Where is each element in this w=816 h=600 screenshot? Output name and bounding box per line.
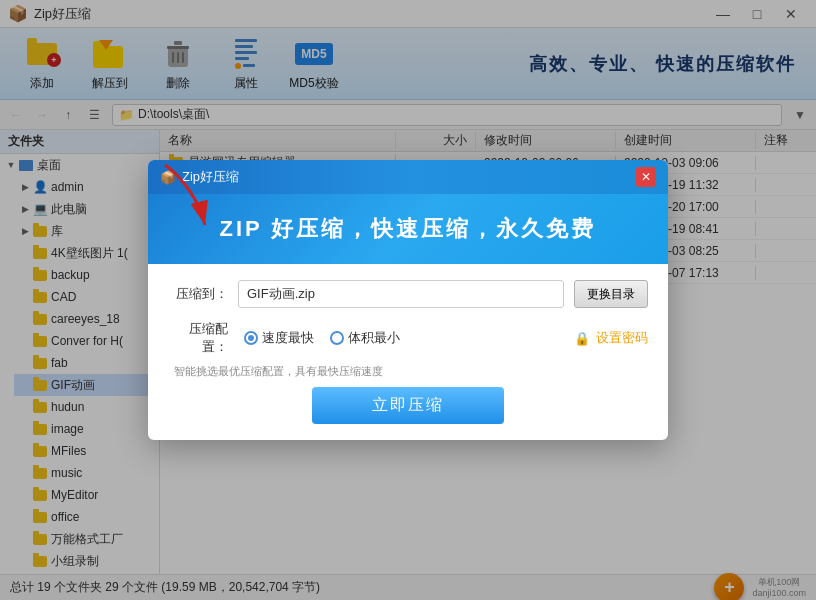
- modal-title-bar: 📦 Zip好压缩 ✕: [148, 160, 668, 194]
- compress-config-label: 压缩配置：: [168, 320, 228, 356]
- modal-banner-text: ZIP 好压缩，快速压缩，永久免费: [220, 214, 597, 244]
- speed-label: 速度最快: [262, 329, 314, 347]
- radio-dot-speed: [244, 331, 258, 345]
- size-label: 体积最小: [348, 329, 400, 347]
- compress-to-row: 压缩到： 更换目录: [168, 280, 648, 308]
- password-label: 设置密码: [596, 329, 648, 347]
- change-dir-button[interactable]: 更换目录: [574, 280, 648, 308]
- radio-group: 速度最快 体积最小: [244, 329, 400, 347]
- compress-to-label: 压缩到：: [168, 285, 228, 303]
- compress-button[interactable]: 立即压缩: [312, 387, 504, 424]
- lock-icon: 🔒: [574, 331, 590, 346]
- modal-title-area: 📦 Zip好压缩: [160, 168, 239, 186]
- compress-modal: 📦 Zip好压缩 ✕ ZIP 好压缩，快速压缩，永久免费 压缩到： 更换目录 压…: [148, 160, 668, 440]
- modal-close-button[interactable]: ✕: [636, 167, 656, 187]
- radio-dot-size: [330, 331, 344, 345]
- modal-body: 压缩到： 更换目录 压缩配置： 速度最快 体积最小: [148, 264, 668, 440]
- compress-config-row: 压缩配置： 速度最快 体积最小 🔒 设置密码: [168, 320, 648, 356]
- radio-size[interactable]: 体积最小: [330, 329, 400, 347]
- compress-to-input[interactable]: [238, 280, 564, 308]
- modal-overlay: 📦 Zip好压缩 ✕ ZIP 好压缩，快速压缩，永久免费 压缩到： 更换目录 压…: [0, 0, 816, 600]
- modal-banner: ZIP 好压缩，快速压缩，永久免费: [148, 194, 668, 264]
- modal-title: Zip好压缩: [182, 168, 239, 186]
- action-row: 立即压缩: [168, 387, 648, 424]
- password-button[interactable]: 🔒 设置密码: [574, 329, 648, 347]
- radio-speed[interactable]: 速度最快: [244, 329, 314, 347]
- compress-hint: 智能挑选最优压缩配置，具有最快压缩速度: [174, 364, 648, 379]
